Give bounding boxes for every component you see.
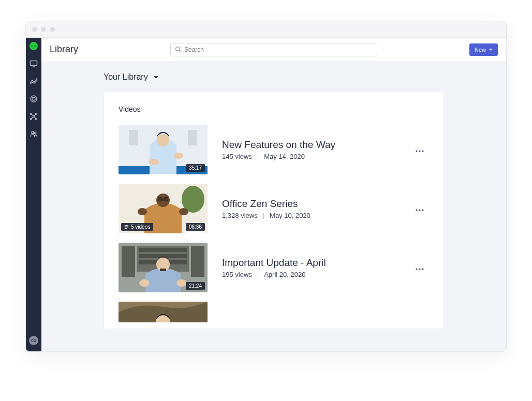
window-maximize-dot[interactable] (50, 27, 55, 32)
new-button[interactable]: New (469, 43, 498, 56)
svg-point-41 (416, 209, 417, 211)
svg-point-17 (176, 47, 180, 51)
section-title-videos: Videos (119, 105, 429, 113)
svg-point-26 (416, 150, 417, 152)
svg-point-4 (31, 96, 37, 102)
app-window: CD Library New (25, 21, 507, 352)
analytics-icon[interactable] (29, 77, 38, 85)
svg-line-13 (32, 117, 33, 118)
svg-point-57 (422, 268, 423, 270)
svg-rect-22 (188, 130, 197, 145)
top-bar: Library New (41, 38, 506, 61)
svg-point-16 (34, 132, 36, 134)
target-icon[interactable] (29, 95, 38, 103)
video-date: April 20, 2020 (264, 271, 305, 278)
duration-badge: 21:24 (186, 282, 205, 290)
svg-point-1 (34, 45, 36, 47)
svg-point-55 (416, 268, 417, 270)
new-button-label: New (475, 47, 486, 53)
video-info: Important Update - April 195 views | Apr… (222, 257, 399, 278)
more-options-button[interactable] (413, 202, 426, 215)
page-title: Library (50, 44, 78, 55)
caret-down-icon (153, 75, 159, 80)
sidebar-nav: CD (26, 38, 41, 351)
people-icon[interactable] (29, 130, 38, 138)
video-views: 1,328 views (222, 212, 258, 219)
video-title: Important Update - April (222, 257, 399, 269)
video-info: New Features on the Way 145 views | May … (222, 139, 399, 160)
svg-line-12 (34, 114, 36, 116)
video-date: May 10, 2020 (270, 212, 311, 219)
network-icon[interactable] (29, 112, 38, 121)
search-input[interactable] (184, 46, 373, 53)
video-views: 195 views (222, 271, 252, 278)
duration-badge: 08:36 (186, 223, 205, 231)
meta-separator: | (263, 212, 264, 219)
window-titlebar (26, 21, 506, 38)
duration-badge: 35:17 (186, 164, 205, 172)
video-row[interactable]: 21:24 Important Update - April 195 views… (119, 243, 429, 292)
video-info: Office Zen Series 1,328 views | May 10, … (222, 198, 399, 219)
monitor-icon[interactable] (29, 60, 38, 68)
svg-point-28 (422, 150, 423, 152)
svg-point-43 (422, 209, 423, 211)
video-date: May 14, 2020 (264, 153, 305, 160)
svg-point-5 (32, 97, 35, 100)
more-options-button[interactable] (413, 261, 426, 274)
video-views: 145 views (222, 153, 252, 160)
video-thumbnail[interactable] (119, 302, 208, 322)
svg-point-15 (32, 131, 34, 133)
svg-point-53 (139, 279, 150, 287)
library-dropdown-label: Your Library (104, 72, 148, 82)
svg-point-56 (419, 268, 420, 270)
video-row[interactable]: 35:17 New Features on the Way 145 views … (119, 125, 429, 174)
meta-separator: | (257, 153, 259, 160)
search-field[interactable] (170, 43, 377, 56)
app-body: CD Library New (26, 38, 506, 351)
video-meta: 145 views | May 14, 2020 (222, 153, 399, 160)
svg-rect-46 (191, 246, 204, 277)
window-close-dot[interactable] (32, 27, 37, 32)
search-icon (175, 45, 181, 54)
svg-rect-48 (139, 248, 187, 252)
video-title: Office Zen Series (222, 198, 399, 210)
video-title: New Features on the Way (222, 139, 399, 151)
svg-line-18 (179, 50, 181, 52)
svg-rect-32 (158, 198, 168, 201)
svg-rect-52 (160, 269, 166, 271)
video-thumbnail[interactable]: 5 videos 08:36 (119, 184, 208, 233)
meta-separator: | (257, 271, 259, 278)
svg-point-0 (31, 45, 33, 47)
svg-point-42 (419, 209, 420, 211)
playlist-badge: 5 videos (121, 223, 153, 231)
svg-rect-21 (129, 130, 138, 145)
window-minimize-dot[interactable] (41, 27, 46, 32)
ellipsis-icon (416, 145, 424, 154)
playlist-icon (124, 225, 129, 229)
main-region: Library New Your Libr (41, 38, 506, 351)
svg-point-23 (157, 134, 169, 146)
video-thumbnail[interactable]: 35:17 (119, 125, 208, 174)
caret-down-icon (489, 47, 493, 53)
video-row[interactable] (119, 302, 429, 322)
svg-line-11 (32, 114, 33, 116)
video-thumbnail[interactable]: 21:24 (119, 243, 208, 292)
video-meta: 195 views | April 20, 2020 (222, 271, 399, 278)
svg-point-24 (149, 159, 159, 165)
library-dropdown[interactable]: Your Library (104, 72, 444, 82)
video-meta: 1,328 views | May 10, 2020 (222, 212, 399, 219)
app-logo-icon[interactable] (29, 42, 38, 50)
videos-card: Videos (104, 91, 444, 329)
playlist-count: 5 videos (131, 224, 150, 230)
content-area: Your Library Videos (41, 61, 506, 351)
svg-point-27 (419, 150, 420, 152)
svg-point-36 (179, 208, 188, 215)
video-row[interactable]: 5 videos 08:36 Office Zen Series 1,328 v… (119, 184, 429, 233)
user-avatar[interactable]: CD (29, 336, 38, 345)
ellipsis-icon (416, 263, 424, 272)
more-options-button[interactable] (413, 143, 426, 156)
ellipsis-icon (416, 204, 424, 213)
svg-point-25 (174, 153, 183, 159)
svg-line-14 (34, 117, 36, 118)
svg-point-35 (138, 208, 147, 215)
